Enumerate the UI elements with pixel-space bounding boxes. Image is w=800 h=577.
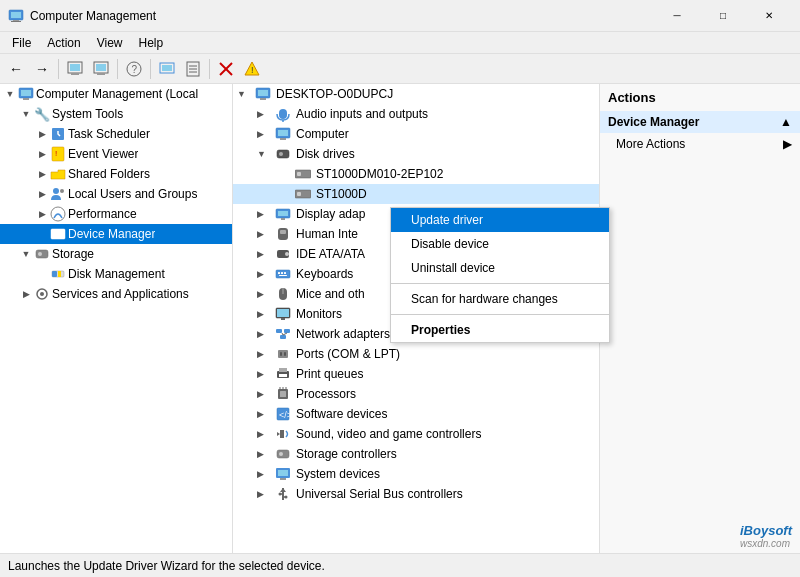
menu-action[interactable]: Action	[39, 34, 88, 52]
tree-item-event-viewer[interactable]: ▶ ! Event Viewer	[0, 144, 232, 164]
menu-bar: File Action View Help	[0, 32, 800, 54]
toolbar-sep-1	[58, 59, 59, 79]
tree-item-storage[interactable]: ▼ Storage	[0, 244, 232, 264]
print-label: Print queues	[296, 367, 363, 381]
status-bar: Launches the Update Driver Wizard for th…	[0, 553, 800, 577]
collapse-icon: ▲	[780, 115, 792, 129]
menu-view[interactable]: View	[89, 34, 131, 52]
help-toolbar-button[interactable]: ?	[122, 57, 146, 81]
back-button[interactable]: ←	[4, 57, 28, 81]
maximize-button[interactable]: □	[700, 0, 746, 32]
ports-icon	[273, 344, 293, 364]
toolbar-btn-2[interactable]	[89, 57, 113, 81]
sys-label: System Tools	[52, 107, 123, 121]
toolbar-sep-2	[117, 59, 118, 79]
tree-item-performance[interactable]: ▶ Performance	[0, 204, 232, 224]
ctx-disable-device[interactable]: Disable device	[391, 232, 609, 256]
svg-rect-43	[279, 109, 287, 119]
mice-label: Mice and oth	[296, 287, 365, 301]
actions-device-manager-section[interactable]: Device Manager ▲	[600, 111, 800, 133]
mice-icon	[273, 284, 293, 304]
svg-rect-24	[23, 98, 29, 100]
menu-file[interactable]: File	[4, 34, 39, 52]
svg-rect-72	[284, 329, 290, 333]
toolbar-btn-3[interactable]	[155, 57, 179, 81]
svg-rect-49	[279, 152, 283, 156]
net-icon	[273, 324, 293, 344]
status-text: Launches the Update Driver Wizard for th…	[8, 559, 325, 573]
tree-item-device-manager[interactable]: Device Manager	[0, 224, 232, 244]
toggle-sound: ▶	[257, 429, 273, 439]
svg-rect-9	[97, 73, 105, 75]
device-st1000-1[interactable]: ST1000DM010-2EP102	[233, 164, 599, 184]
toggle-print: ▶	[257, 369, 273, 379]
device-ports[interactable]: ▶ Ports (COM & LPT)	[233, 344, 599, 364]
close-button[interactable]: ✕	[746, 0, 792, 32]
proc-icon	[273, 384, 293, 404]
svg-rect-34	[38, 252, 42, 256]
device-storage-ctrl[interactable]: ▶ Storage controllers	[233, 444, 599, 464]
tree-item-services[interactable]: ▶ Services and Applications	[0, 284, 232, 304]
users-label: Local Users and Groups	[68, 187, 197, 201]
sc-label: Storage controllers	[296, 447, 397, 461]
sysdev-label: System devices	[296, 467, 380, 481]
toggle-services: ▶	[18, 284, 34, 304]
toolbar-btn-4[interactable]	[181, 57, 205, 81]
device-system[interactable]: ▶ System devices	[233, 464, 599, 484]
usb-label: Universal Serial Bus controllers	[296, 487, 463, 501]
tree-item-task-scheduler[interactable]: ▶ Task Scheduler	[0, 124, 232, 144]
toolbar-btn-1[interactable]	[63, 57, 87, 81]
tree-item-shared-folders[interactable]: ▶ Shared Folders	[0, 164, 232, 184]
disk-label: Disk Management	[68, 267, 165, 281]
tree-item-disk-management[interactable]: Disk Management	[0, 264, 232, 284]
toggle-disk-drives: ▼	[257, 149, 273, 159]
perf-icon	[50, 206, 66, 222]
tree-item-system-tools[interactable]: ▼ 🔧 System Tools	[0, 104, 232, 124]
dev-label: Device Manager	[68, 227, 155, 241]
svg-rect-32	[53, 231, 63, 237]
device-computer[interactable]: ▶ Computer	[233, 124, 599, 144]
warning-button[interactable]: !	[240, 57, 264, 81]
more-actions-link[interactable]: More Actions ▶	[600, 133, 800, 155]
delete-button[interactable]	[214, 57, 238, 81]
sw-label: Software devices	[296, 407, 387, 421]
svg-rect-78	[284, 352, 286, 356]
event-icon: !	[50, 146, 66, 162]
menu-help[interactable]: Help	[131, 34, 172, 52]
device-software[interactable]: ▶ </> Software devices	[233, 404, 599, 424]
ctx-uninstall-device[interactable]: Uninstall device	[391, 256, 609, 280]
svg-rect-92	[279, 452, 283, 456]
svg-point-29	[60, 189, 64, 193]
ctx-scan-hardware[interactable]: Scan for hardware changes	[391, 287, 609, 311]
svg-rect-58	[280, 230, 286, 234]
svg-rect-23	[21, 90, 31, 96]
right-panel: Actions Device Manager ▲ More Actions ▶	[600, 84, 800, 553]
svg-rect-56	[281, 218, 285, 220]
svg-rect-65	[279, 275, 287, 276]
device-root[interactable]: ▼ DESKTOP-O0DUPCJ	[233, 84, 599, 104]
hdd1-icon	[293, 164, 313, 184]
kbd-label: Keyboards	[296, 267, 353, 281]
device-st1000-2[interactable]: ST1000D	[233, 184, 599, 204]
device-print[interactable]: ▶ Print queues	[233, 364, 599, 384]
svg-rect-46	[278, 130, 288, 136]
tree-item-root[interactable]: ▼ Computer Management (Local	[0, 84, 232, 104]
svg-point-39	[40, 292, 44, 296]
device-usb[interactable]: ▶ Universal Serial Bus controllers	[233, 484, 599, 504]
device-sound[interactable]: ▶ Sound, video and game controllers	[233, 424, 599, 444]
device-processors[interactable]: ▶ Processors	[233, 384, 599, 404]
ctx-properties[interactable]: Properties	[391, 318, 609, 342]
device-disk-drives[interactable]: ▼ Disk drives	[233, 144, 599, 164]
st1000-2-label: ST1000D	[316, 187, 367, 201]
minimize-button[interactable]: ─	[654, 0, 700, 32]
net-label: Network adapters	[296, 327, 390, 341]
toggle-storage: ▼	[18, 244, 34, 264]
ctx-update-driver[interactable]: Update driver	[391, 208, 609, 232]
system-tools-icon: 🔧	[34, 106, 50, 122]
device-audio[interactable]: ▶ Audio inputs and outputs	[233, 104, 599, 124]
forward-button[interactable]: →	[30, 57, 54, 81]
tree-item-local-users[interactable]: ▶ Local Users and Groups	[0, 184, 232, 204]
shared-icon	[50, 166, 66, 182]
toggle-sysdev: ▶	[257, 469, 273, 479]
toggle-ide: ▶	[257, 249, 273, 259]
